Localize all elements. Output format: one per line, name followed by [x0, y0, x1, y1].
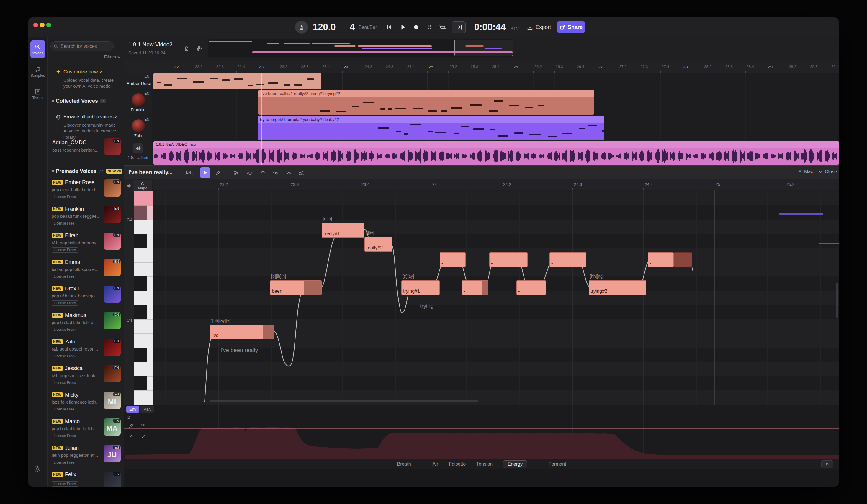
param-anchor-icon[interactable]: [127, 432, 136, 441]
autoscroll-button[interactable]: [452, 21, 465, 33]
note[interactable]: really#1: [322, 223, 364, 237]
voice-list-item[interactable]: NEWMaximuspop ballad latin folk b...Lice…: [47, 309, 124, 336]
param-tab-tension[interactable]: Tension: [476, 461, 493, 467]
voice-list-item[interactable]: NEWJessicar&b pop soul jazz funk...Licen…: [47, 362, 124, 389]
eraser-curve-button[interactable]: [270, 167, 281, 178]
note[interactable]: really#2: [364, 237, 393, 252]
minimize-button[interactable]: [40, 23, 45, 28]
record-button[interactable]: [413, 21, 420, 33]
clip-instrumental[interactable]: 1.9.1 NEW VIDEO-Instr: [153, 141, 839, 165]
pitch-pen-button[interactable]: [244, 167, 255, 178]
metronome-icon[interactable]: [295, 21, 308, 34]
voice-list-item[interactable]: NEWFelixLicense Free»ES: [47, 469, 124, 487]
note[interactable]: I've: [210, 325, 275, 339]
track-header-zalo[interactable]: EN Zalo: [124, 116, 152, 141]
close-editor-button[interactable]: Close: [818, 169, 837, 174]
customize-link[interactable]: Customize now >: [63, 69, 102, 75]
collected-voices-header[interactable]: ▾ Collected Voices: [52, 98, 98, 104]
grid-snap-icon[interactable]: [426, 21, 433, 33]
voice-list-item[interactable]: NEWJulianlatin pop reggaeton af...Licens…: [47, 442, 124, 469]
collected-voice-item[interactable]: Adrian_CMDC bass resonant bariton... EN: [47, 137, 124, 157]
skip-start-button[interactable]: [385, 21, 393, 33]
arrangement-minimap[interactable]: [208, 39, 513, 57]
browse-link[interactable]: Browse all public voices >: [63, 114, 118, 119]
roll-ruler[interactable]: 23.223.323.42424.224.324.42525.2: [152, 179, 839, 190]
play-button[interactable]: [399, 21, 407, 33]
project-title[interactable]: 1.9.1 New Video2: [128, 41, 173, 48]
close-button[interactable]: [33, 23, 38, 28]
voice-list-item[interactable]: NEWMickyjazz folk flamenco latin...Licen…: [47, 389, 124, 416]
collapse-panel-button[interactable]: [821, 460, 833, 468]
voice-list-item[interactable]: NEWMarcopop ballad latin lo-fi b...Licen…: [47, 416, 124, 442]
black-key[interactable]: [134, 305, 147, 319]
loop-button[interactable]: [439, 21, 447, 33]
rail-item-voices[interactable]: Voices: [30, 40, 45, 58]
smooth-wave-button[interactable]: [296, 167, 307, 178]
voice-list-item[interactable]: NEWElirahr&b pop ballad breathy...Licens…: [47, 229, 124, 256]
param-tab-air[interactable]: Air: [432, 461, 439, 467]
voice-list-item[interactable]: NEWFranklinpop ballad funk reggae...Lice…: [47, 203, 124, 229]
clip-franklin[interactable]: I've been really#1 really#2 trying#1 try…: [258, 90, 594, 115]
black-key[interactable]: [134, 277, 147, 291]
zoom-button[interactable]: [46, 23, 51, 28]
param-tab-par[interactable]: Par.: [140, 406, 154, 412]
speaker-icon[interactable]: [126, 183, 132, 189]
rail-item-temps[interactable]: Temps: [30, 85, 45, 103]
voice-search[interactable]: [51, 41, 114, 51]
black-key[interactable]: [134, 376, 147, 390]
settings-gear-icon[interactable]: [33, 464, 42, 473]
share-button[interactable]: Share: [557, 21, 585, 33]
note[interactable]: trying#1: [402, 280, 440, 295]
draw-pencil-button[interactable]: [213, 167, 223, 178]
anchor-pen-button[interactable]: [257, 167, 268, 178]
timeline-ruler[interactable]: 2222.222.322.42323.223.323.42424.224.324…: [124, 61, 839, 73]
export-button[interactable]: Export: [527, 21, 551, 33]
note[interactable]: trying#2: [589, 280, 646, 295]
param-tab-energy[interactable]: Energy: [503, 460, 527, 468]
piano-roll[interactable]: 23.223.323.42424.224.324.42525.2 C Major…: [124, 179, 839, 405]
note[interactable]: -: [489, 252, 528, 267]
tempo-map-icon[interactable]: [181, 43, 192, 54]
premade-voices-header[interactable]: ▾ Premade Voices: [52, 168, 96, 174]
v-scrollbar[interactable]: [836, 283, 838, 318]
beats-per-bar[interactable]: 4: [350, 22, 355, 32]
note[interactable]: -: [440, 252, 465, 267]
clip-ember-rose[interactable]: [153, 73, 321, 89]
voice-list-item[interactable]: NEWEmber Rosepop clear ballad edm h...Li…: [47, 176, 124, 203]
maximize-editor-button[interactable]: Max: [798, 169, 813, 174]
note[interactable]: -: [462, 280, 489, 295]
param-tab-env[interactable]: Env: [126, 406, 139, 412]
playback-mode-button[interactable]: [200, 167, 211, 178]
param-pen-icon[interactable]: [127, 421, 136, 430]
voice-list-item[interactable]: NEWEmmaballad pop folk kpop e...License …: [47, 256, 124, 283]
param-curve-pen-icon[interactable]: [138, 420, 148, 429]
voice-list-item[interactable]: NEWZalor&b soul gospel reson...License F…: [47, 336, 124, 362]
filters-link[interactable]: Filters »: [104, 54, 120, 59]
track-header-instr[interactable]: 1.9.1 ...-Instr: [124, 141, 152, 165]
rail-item-samples[interactable]: Samples: [30, 63, 45, 81]
vibrato-wave-button[interactable]: [283, 167, 293, 178]
param-tab-formant[interactable]: Formant: [549, 461, 566, 467]
time-display[interactable]: 0:00:44: [474, 22, 506, 32]
note[interactable]: been: [270, 280, 322, 295]
playhead-roll[interactable]: [189, 190, 190, 405]
note[interactable]: -: [648, 252, 674, 267]
h-scrollbar[interactable]: [210, 399, 478, 401]
minimap-viewport[interactable]: [454, 40, 513, 56]
track-header-franklin[interactable]: EN Franklin: [124, 90, 152, 115]
clip-zalo[interactable]: try to forget#1 forget#2 you baby#1 baby…: [258, 116, 604, 140]
note[interactable]: -: [549, 252, 586, 267]
voice-list-item[interactable]: NEWDrex Lpop r&b funk blues go...License…: [47, 283, 124, 309]
bpm-value[interactable]: 120.0: [313, 22, 336, 32]
black-key[interactable]: [134, 347, 147, 362]
track-header-ember-rose[interactable]: Ember Rose EN: [124, 73, 152, 89]
black-key[interactable]: [134, 234, 147, 248]
search-input[interactable]: [61, 44, 121, 49]
param-line-icon[interactable]: [138, 432, 148, 441]
note[interactable]: -: [516, 280, 546, 295]
param-tab-falsetto[interactable]: Falsetto: [449, 461, 465, 467]
mixer-icon[interactable]: [194, 43, 205, 54]
editor-clip-name[interactable]: I've been really...: [128, 169, 173, 175]
playhead-tracks[interactable]: [261, 73, 262, 165]
note[interactable]: [674, 252, 692, 267]
